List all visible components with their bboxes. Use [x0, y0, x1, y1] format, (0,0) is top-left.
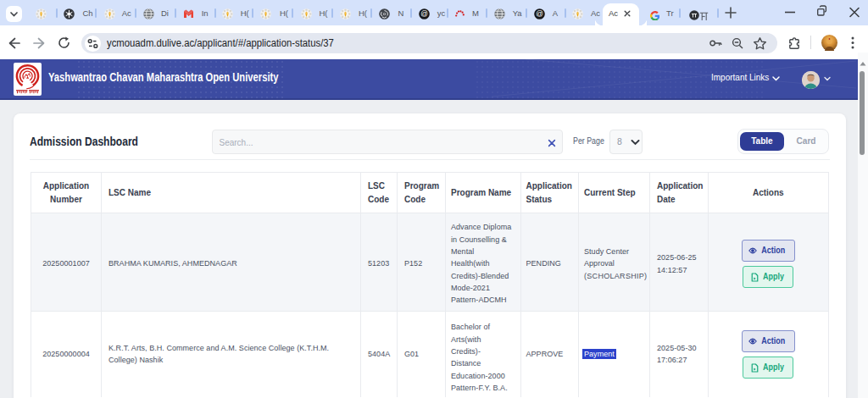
svg-text:@: @: [420, 9, 428, 18]
svg-text:@: @: [536, 9, 543, 18]
